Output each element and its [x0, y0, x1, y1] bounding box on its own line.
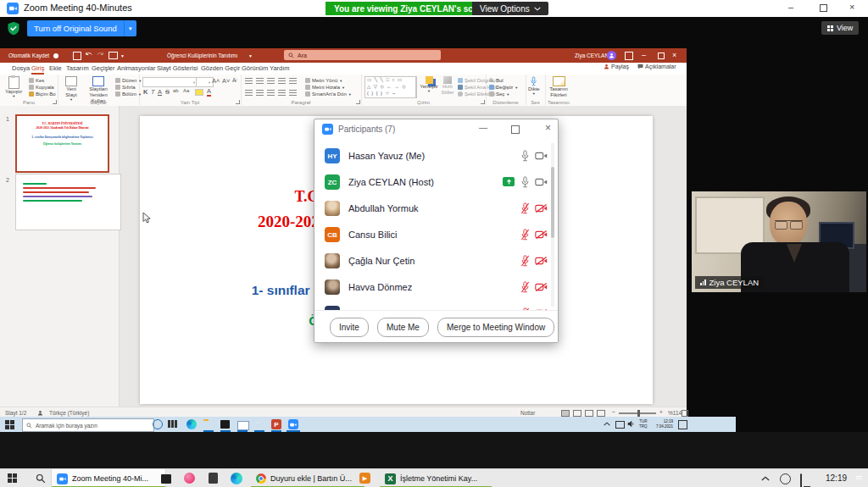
- panel-minimize-icon[interactable]: —: [479, 123, 487, 132]
- close-icon[interactable]: ×: [849, 2, 854, 12]
- notes-button[interactable]: Notlar: [520, 410, 535, 416]
- taskbar-task-chrome[interactable]: Duyuru ekle | Bartın Ü...: [251, 469, 364, 487]
- section-button[interactable]: Bölüm▼: [115, 91, 142, 97]
- format-painter-button[interactable]: Biçim Boyacısı: [29, 91, 56, 97]
- slide-1-thumbnail[interactable]: T.C. BARTIN ÜNİVERSİTESİ 2020-2021 Akade…: [15, 114, 109, 173]
- shared-search-box[interactable]: Aramak için buraya yazın: [22, 418, 154, 432]
- taskbar-task-zoom[interactable]: Zoom Meeting 40-Mi...: [51, 469, 166, 487]
- zoom-out-button[interactable]: –: [612, 408, 615, 414]
- task-view-icon[interactable]: [171, 420, 174, 428]
- tab-giris[interactable]: Giriş: [31, 64, 44, 75]
- store-icon[interactable]: [220, 420, 230, 429]
- italic-button[interactable]: T: [151, 88, 155, 96]
- line-spacing-button[interactable]: [289, 78, 297, 84]
- sound-dropdown-icon[interactable]: ▼: [124, 20, 136, 36]
- camera-off-icon[interactable]: [535, 283, 548, 291]
- drawing-dialog-launcher[interactable]: [481, 100, 485, 104]
- mic-muted-icon[interactable]: [520, 202, 530, 214]
- participants-panel-header[interactable]: Participants (7) — ×: [314, 119, 558, 140]
- video-thumbnail[interactable]: Ziya CEYLAN: [692, 191, 866, 292]
- char-spacing-button[interactable]: ab: [173, 88, 179, 93]
- title-dropdown-icon[interactable]: ▼: [248, 53, 253, 58]
- comments-button[interactable]: Açıklamalar: [637, 64, 676, 69]
- panel-maximize-icon[interactable]: [511, 125, 520, 134]
- view-button[interactable]: View: [821, 21, 859, 35]
- ribbon-options-icon[interactable]: [625, 52, 633, 60]
- powerpoint-icon[interactable]: P: [271, 419, 281, 429]
- reading-view-icon[interactable]: [585, 410, 593, 417]
- align-center-button[interactable]: [256, 90, 264, 96]
- shrink-font-button[interactable]: A˅: [222, 77, 230, 85]
- bullets-button[interactable]: [245, 78, 253, 84]
- save-icon[interactable]: [73, 52, 81, 60]
- minimize-icon[interactable]: –: [788, 2, 793, 12]
- fit-to-window-icon[interactable]: [682, 410, 688, 417]
- tab-dosya[interactable]: Dosya: [12, 64, 30, 72]
- clear-format-button[interactable]: A̷: [232, 77, 236, 83]
- select-button[interactable]: Seç▼: [489, 91, 509, 97]
- share-doc-button[interactable]: Paylaş: [604, 64, 629, 69]
- font-color-button[interactable]: A: [207, 87, 211, 97]
- accessibility-icon[interactable]: [37, 410, 43, 416]
- edge-icon[interactable]: [231, 473, 242, 484]
- camera-icon[interactable]: [535, 178, 548, 186]
- normal-view-icon[interactable]: [561, 410, 570, 417]
- language-indicator[interactable]: Türkçe (Türkiye): [49, 410, 89, 416]
- zoom-level[interactable]: %114: [668, 410, 682, 416]
- camera-icon[interactable]: [535, 152, 548, 160]
- tab-gecisler[interactable]: Geçişler: [92, 64, 115, 72]
- tab-gorunum[interactable]: Görünüm: [242, 64, 268, 72]
- undo-icon[interactable]: [85, 52, 93, 59]
- original-sound-button[interactable]: Turn off Original Sound ▼: [27, 20, 136, 36]
- strikethrough-button[interactable]: S: [165, 88, 170, 96]
- mic-muted-icon[interactable]: [520, 255, 530, 267]
- tab-slayt-gosterisi[interactable]: Slayt Gösterisi: [157, 64, 198, 72]
- taskbar-search-icon[interactable]: [36, 473, 46, 484]
- speaker-tray-icon[interactable]: [627, 420, 635, 428]
- ppt-restore-icon[interactable]: [658, 53, 665, 59]
- participants-scrollbar[interactable]: [551, 143, 554, 307]
- align-right-button[interactable]: [267, 90, 275, 96]
- smartart-button[interactable]: SmartArt'a Dön▼: [305, 91, 352, 97]
- font-name-select[interactable]: ▼: [142, 77, 198, 87]
- align-left-button[interactable]: [245, 90, 253, 96]
- tab-tasarim[interactable]: Tasarım: [66, 64, 89, 72]
- zoom-in-button[interactable]: +: [659, 409, 663, 415]
- highlight-color-button[interactable]: [195, 89, 203, 96]
- merge-to-meeting-window-button[interactable]: Merge to Meeting Window: [437, 318, 554, 337]
- new-slide-button[interactable]: Yeni Slayt▼: [61, 76, 81, 102]
- participant-row[interactable]: Havva Dönmez: [314, 274, 556, 301]
- arrange-button[interactable]: Yerleştir▼: [420, 76, 437, 93]
- participant-row[interactable]: HY Hasan Yavuz (Me): [314, 143, 556, 169]
- tray-expand-icon[interactable]: [604, 422, 610, 426]
- participant-row[interactable]: CB Cansu Bilici: [314, 222, 556, 248]
- camera-off-icon[interactable]: [535, 204, 548, 213]
- participant-row[interactable]: TK Tuğçe Karaküçük: [314, 301, 556, 310]
- paste-button[interactable]: Yapıştır▼: [5, 76, 22, 98]
- grow-font-button[interactable]: A˄: [212, 77, 220, 85]
- tab-gozden-gecir[interactable]: Gözden Geçir: [201, 64, 240, 72]
- participant-row[interactable]: Çağla Nur Çetin: [314, 248, 556, 274]
- account-avatar[interactable]: [607, 51, 616, 60]
- shared-clock[interactable]: 12:197.04.2021: [653, 419, 673, 429]
- mic-muted-icon[interactable]: [520, 281, 530, 293]
- quickaccess-dropdown-icon[interactable]: ▼: [120, 53, 125, 58]
- cut-button[interactable]: Kes: [29, 77, 44, 84]
- mute-me-button[interactable]: Mute Me: [377, 318, 429, 337]
- dictate-button[interactable]: Dikte▼: [528, 76, 540, 96]
- columns-button[interactable]: [289, 90, 297, 96]
- increase-indent-button[interactable]: [278, 78, 286, 84]
- taskbar-clock[interactable]: 12:19: [826, 473, 847, 483]
- display-tray-icon[interactable]: [615, 421, 625, 429]
- invite-button[interactable]: Invite: [330, 318, 369, 337]
- shared-language-indicator[interactable]: TURTRQ: [639, 419, 648, 429]
- tab-animasyonlar[interactable]: Animasyonlar: [117, 64, 155, 72]
- copy-button[interactable]: Kopyala: [29, 84, 54, 91]
- tab-ekle[interactable]: Ekle: [49, 64, 62, 72]
- mic-icon[interactable]: [520, 150, 530, 162]
- restore-icon[interactable]: [820, 4, 827, 12]
- underline-button[interactable]: A: [158, 88, 162, 96]
- reset-button[interactable]: Sıfırla: [115, 84, 136, 91]
- text-direction-button[interactable]: Metin Yönü▼: [305, 77, 342, 84]
- numbering-button[interactable]: [256, 78, 264, 84]
